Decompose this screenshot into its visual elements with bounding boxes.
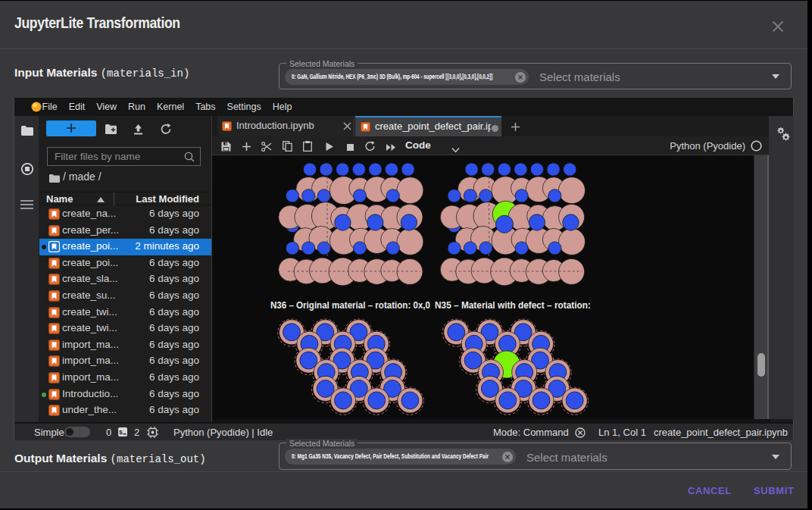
- svg-text:$: $: [119, 429, 123, 436]
- svg-text:N35 – Material with defect – r: N35 – Material with defect – rotation:: [435, 300, 591, 311]
- svg-text:N36 – Original material – rota: N36 – Original material – rotation: 0x,0: [270, 300, 430, 311]
